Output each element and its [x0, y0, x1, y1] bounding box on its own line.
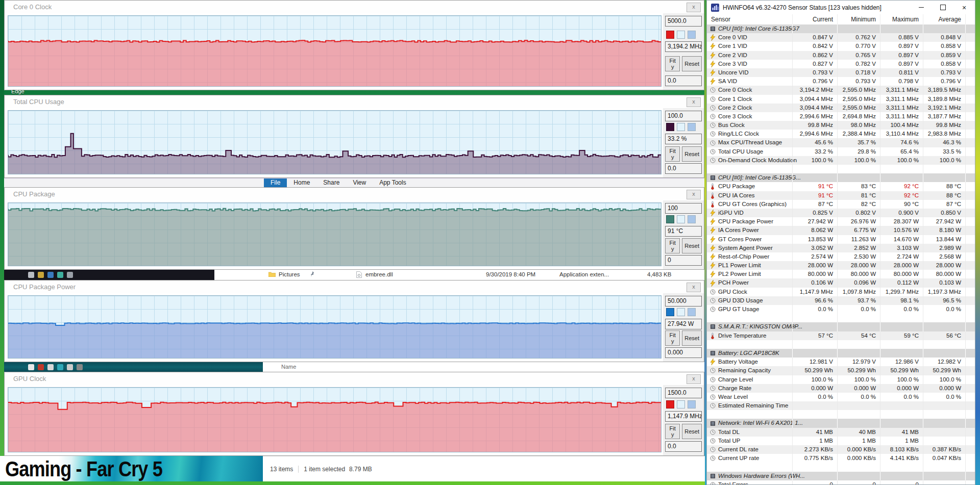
tab-view[interactable]: View [346, 178, 373, 187]
taskbar-app-icon[interactable] [67, 272, 73, 278]
sensor-row[interactable]: CPU Package91 °C83 °C92 °C88 °C [707, 182, 975, 191]
minimize-button[interactable] [911, 1, 932, 14]
series-color-swatch[interactable] [666, 31, 674, 39]
fit-y-button[interactable]: Fit y [665, 56, 680, 71]
background-color-swatch[interactable] [677, 215, 685, 223]
background-color-swatch[interactable] [677, 31, 685, 39]
column-average[interactable]: Average [923, 14, 965, 24]
desktop-icon-label-edge[interactable]: Edge [11, 88, 24, 94]
taskbar-app-icon[interactable] [38, 364, 44, 370]
tab-share[interactable]: Share [316, 178, 346, 187]
file-row[interactable]: Pictures embree.dll 9/30/2019 8:40 PM Ap… [214, 270, 704, 280]
sensor-row[interactable]: Total CPU Usage33.2 %29.8 %65.4 %33.5 % [707, 147, 975, 156]
taskbar-app-icon[interactable] [38, 272, 44, 278]
y-min-input[interactable]: 0.0 [665, 163, 702, 174]
sensor-row[interactable]: PL1 Power Limit28.000 W28.000 W28.000 W2… [707, 261, 975, 270]
reset-button[interactable]: Reset [682, 146, 702, 162]
sensor-row[interactable]: Total UP1 MB1 MB1 MB [707, 437, 975, 445]
sensor-row[interactable]: Max CPU/Thread Usage45.6 %35.7 %74.6 %46… [707, 138, 975, 147]
y-min-input[interactable]: 0 [665, 255, 702, 266]
taskbar-app-icon[interactable] [47, 272, 54, 278]
series-color-swatch[interactable] [666, 308, 674, 316]
sensor-row[interactable]: CPU GT Cores (Graphics)87 °C82 °C90 °C87… [707, 200, 975, 209]
taskbar-app-icon[interactable] [47, 364, 54, 370]
series-color-swatch[interactable] [666, 400, 674, 409]
sensor-row[interactable]: Core 0 Clock3,194.2 MHz2,595.0 MHz3,311.… [707, 86, 975, 94]
sensor-row[interactable]: CPU IA Cores91 °C81 °C92 °C88 °C [707, 191, 975, 200]
column-current[interactable]: Current [792, 14, 837, 24]
sensor-row[interactable]: iGPU VID0.825 V0.802 V0.900 V0.850 V [707, 209, 975, 217]
taskbar-app-icon[interactable] [28, 364, 34, 370]
grid-color-swatch[interactable] [688, 308, 696, 316]
background-color-swatch[interactable] [677, 123, 685, 131]
sensor-row[interactable]: Core 3 VID0.827 V0.782 V0.897 V0.858 V [707, 60, 975, 68]
sensor-row[interactable]: Drive Temperature57 °C54 °C59 °C56 °C [707, 331, 975, 340]
tab-file[interactable]: File [264, 178, 287, 187]
fit-y-button[interactable]: Fit y [665, 146, 680, 162]
series-color-swatch[interactable] [666, 123, 674, 131]
reset-button[interactable]: Reset [682, 424, 702, 439]
sensor-row[interactable]: Current UP rate0.775 KB/s0.000 KB/s4.141… [707, 454, 975, 463]
sensor-row[interactable]: GT Cores Power13.853 W11.263 W14.670 W13… [707, 235, 975, 244]
sensor-row[interactable]: Core 1 VID0.842 V0.770 V0.897 V0.858 V [707, 42, 975, 50]
sensor-row[interactable]: On-Demand Clock Modulation100.0 %100.0 %… [707, 156, 975, 165]
sensor-row[interactable]: Uncore VID0.793 V0.718 V0.811 V0.793 V [707, 68, 975, 77]
fit-y-button[interactable]: Fit y [665, 330, 680, 346]
sensor-row[interactable]: Bus Clock99.8 MHz98.0 MHz100.4 MHz99.8 M… [707, 121, 975, 130]
sensor-row[interactable]: Ring/LLC Clock2,994.6 MHz2,388.4 MHz3,11… [707, 130, 975, 138]
y-max-input[interactable]: 100.0 [665, 111, 702, 121]
close-icon[interactable]: x [687, 97, 701, 107]
sensor-row[interactable]: Wear Level0.0 %0.0 %0.0 %0.0 % [707, 393, 975, 401]
tab-app-tools[interactable]: App Tools [373, 178, 412, 187]
grid-color-swatch[interactable] [688, 215, 696, 223]
sensor-row[interactable]: Core 0 VID0.847 V0.762 V0.885 V0.848 V [707, 33, 975, 42]
series-color-swatch[interactable] [666, 215, 674, 223]
sensor-row[interactable]: Estimated Remaining Time [707, 401, 975, 410]
sensor-row[interactable]: GPU D3D Usage96.6 %93.7 %98.1 %96.5 % [707, 296, 975, 305]
y-min-input[interactable]: 0.000 [665, 347, 702, 358]
sensor-table-header[interactable]: Sensor Current Minimum Maximum Average [707, 14, 975, 25]
sensor-row[interactable]: Charge Level100.0 %100.0 %100.0 %100.0 % [707, 375, 975, 384]
y-max-input[interactable]: 5000.0 [665, 16, 702, 27]
sensor-row[interactable]: GPU Clock1,147.9 MHz1,097.8 MHz1,299.7 M… [707, 288, 975, 296]
fit-y-button[interactable]: Fit y [665, 424, 680, 439]
taskbar-app-icon[interactable] [57, 364, 63, 370]
column-header-name[interactable]: Name [281, 364, 296, 370]
y-min-input[interactable]: 0.0 [665, 441, 702, 452]
hwinfo-titlebar[interactable]: HWiNFO64 v6.32-4270 Sensor Status [123 v… [707, 1, 975, 14]
column-maximum[interactable]: Maximum [880, 14, 923, 24]
close-icon[interactable]: x [687, 374, 701, 384]
sensor-row[interactable]: GPU GT Usage0.0 %0.0 %0.0 %0.0 % [707, 305, 975, 314]
sensor-row[interactable]: Total DL41 MB40 MB41 MB [707, 428, 975, 437]
y-max-input[interactable]: 50.000 [665, 296, 702, 307]
file-name[interactable]: embree.dll [365, 271, 393, 277]
column-minimum[interactable]: Minimum [837, 14, 880, 24]
sensor-row[interactable]: Charge Rate0.000 W0.000 W0.000 W0.000 W [707, 384, 975, 393]
sensor-row[interactable]: Core 3 Clock2,994.6 MHz2,694.8 MHz3,311.… [707, 112, 975, 121]
sensor-row[interactable]: SA VID0.796 V0.793 V0.798 V0.796 V [707, 77, 975, 86]
taskbar-app-icon[interactable] [77, 364, 83, 370]
sensor-row[interactable]: CPU Package Power27.942 W26.976 W28.307 … [707, 217, 975, 226]
sensor-row[interactable]: PCH Power0.106 W0.096 W0.112 W0.103 W [707, 278, 975, 287]
sensor-row[interactable]: PL2 Power Limit80.000 W80.000 W80.000 W8… [707, 270, 975, 278]
sensor-row[interactable]: Remaining Capacity50.299 Wh50.299 Wh50.2… [707, 366, 975, 375]
taskbar-app-icon[interactable] [57, 272, 63, 278]
y-min-input[interactable]: 0.0 [665, 75, 702, 86]
background-color-swatch[interactable] [677, 308, 685, 316]
sensor-row[interactable]: System Agent Power3.052 W2.852 W3.103 W2… [707, 244, 975, 252]
taskbar-app-icon[interactable] [67, 364, 73, 370]
close-icon[interactable]: x [687, 190, 701, 199]
background-color-swatch[interactable] [677, 400, 685, 409]
reset-button[interactable]: Reset [682, 238, 702, 253]
sensor-row[interactable]: Battery Voltage12.981 V12.979 V12.986 V1… [707, 358, 975, 366]
sensor-row[interactable]: Core 2 Clock3,094.4 MHz2,595.0 MHz3,311.… [707, 104, 975, 112]
tab-home[interactable]: Home [287, 178, 316, 187]
grid-color-swatch[interactable] [688, 400, 696, 409]
maximize-button[interactable] [932, 1, 953, 14]
taskbar-app-icon[interactable] [28, 272, 34, 278]
y-max-input[interactable]: 100 [665, 203, 702, 214]
column-sensor[interactable]: Sensor [707, 14, 792, 24]
reset-button[interactable]: Reset [682, 56, 702, 71]
sensor-row[interactable]: Current DL rate2.273 KB/s0.000 KB/s8.103… [707, 445, 975, 454]
reset-button[interactable]: Reset [682, 330, 702, 346]
